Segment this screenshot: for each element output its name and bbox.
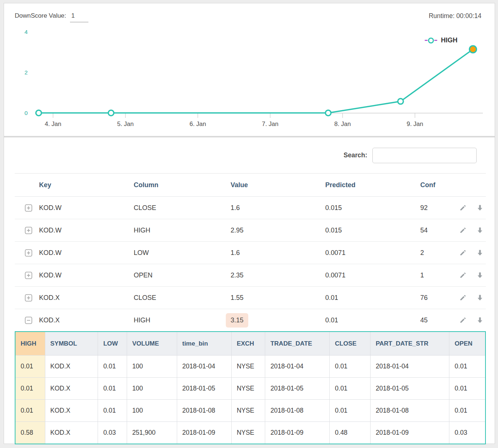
expand-row-button[interactable] <box>25 294 32 302</box>
chart-legend-item[interactable]: HIGH <box>425 36 457 44</box>
y-axis-tick-label: 4 <box>24 29 28 35</box>
column-header-column[interactable]: Column <box>130 181 227 189</box>
cell-conf: 1 <box>416 272 455 279</box>
expand-row-button[interactable] <box>25 272 32 279</box>
subtable-cell: 251,900 <box>127 422 177 444</box>
edit-button[interactable] <box>459 204 467 211</box>
column-header-value[interactable]: Value <box>227 181 321 189</box>
subtable-header-volume: VOLUME <box>127 332 177 356</box>
cell-column: HIGH <box>130 316 227 324</box>
subtable-cell: 100 <box>127 356 177 378</box>
subtable-row: 0.01 KOD.X 0.01 100 2018-01-08 NYSE 2018… <box>15 400 485 422</box>
pencil-icon <box>459 272 467 279</box>
chart-point[interactable] <box>398 99 403 104</box>
subtable-header-open: OPEN <box>449 332 485 356</box>
download-button[interactable] <box>476 249 484 256</box>
download-button[interactable] <box>476 272 484 279</box>
x-axis-tick-label: 5. Jan <box>117 120 134 127</box>
column-header-key[interactable]: Key <box>35 181 130 189</box>
cell-conf: 76 <box>416 294 455 302</box>
x-axis-tick-label: 9. Jan <box>407 120 423 127</box>
cell-predicted: 0.015 <box>321 204 416 212</box>
cell-column: LOW <box>130 249 227 257</box>
subtable-cell: 0.01 <box>15 378 45 400</box>
download-button[interactable] <box>476 204 484 211</box>
cell-conf: 45 <box>416 316 455 324</box>
plus-square-icon <box>25 204 32 212</box>
chart-point-highlighted[interactable] <box>470 46 477 53</box>
arrow-down-icon <box>476 227 484 234</box>
pencil-icon <box>459 294 467 301</box>
download-button[interactable] <box>476 294 484 301</box>
legend-dash-icon <box>434 40 437 41</box>
table-row: KOD.X CLOSE 1.55 0.01 76 <box>15 287 486 309</box>
download-button[interactable] <box>476 227 484 234</box>
column-header-conf[interactable]: Conf <box>416 181 455 189</box>
subtable-header-symbol: SYMBOL <box>45 332 98 356</box>
subtable-cell: 100 <box>127 400 177 422</box>
edit-button[interactable] <box>459 294 467 301</box>
table-row: KOD.W HIGH 2.95 0.015 54 <box>15 219 486 242</box>
cell-column: CLOSE <box>130 204 227 212</box>
downscore-input[interactable] <box>70 12 88 22</box>
subtable-cell: 0.01 <box>15 356 45 378</box>
main-panel: DownScore Value: Runtime: 00:00:14 4. Ja… <box>4 3 495 444</box>
subtable-cell: KOD.X <box>45 422 98 444</box>
subtable-cell: 0.01 <box>330 356 371 378</box>
arrow-down-icon <box>476 294 484 301</box>
edit-button[interactable] <box>459 316 467 324</box>
search-input[interactable] <box>372 148 477 163</box>
subtable-header-low: LOW <box>98 332 127 356</box>
y-axis-tick-label: 2 <box>24 69 28 76</box>
cell-predicted: 0.01 <box>321 294 416 302</box>
subtable-cell: 2018-01-08 <box>370 400 449 422</box>
plus-square-icon <box>25 294 32 302</box>
subtable-cell: 0.58 <box>15 422 45 444</box>
expand-row-button[interactable] <box>25 204 32 212</box>
subtable-cell: NYSE <box>231 400 265 422</box>
subtable-cell: 2018-01-08 <box>265 400 330 422</box>
pencil-icon <box>459 249 467 256</box>
subtable-header-part-date-str: PART_DATE_STR <box>370 332 449 356</box>
subtable-row: 0.58 KOD.X 0.03 251,900 2018-01-09 NYSE … <box>15 422 485 444</box>
predictions-table: Key Column Value Predicted Conf KOD.W CL… <box>15 173 486 444</box>
subtable-cell: KOD.X <box>45 356 98 378</box>
chart-point[interactable] <box>326 110 331 116</box>
cell-conf: 92 <box>416 204 455 212</box>
edit-button[interactable] <box>459 227 467 234</box>
x-axis-tick-label: 4. Jan <box>45 120 62 127</box>
subtable-cell: 2018-01-05 <box>177 378 231 400</box>
plus-square-icon <box>25 227 32 234</box>
cell-value: 2.95 <box>227 227 321 234</box>
expand-row-button[interactable] <box>25 249 32 257</box>
edit-button[interactable] <box>459 272 467 279</box>
chart-point[interactable] <box>36 110 42 116</box>
subtable-cell: 2018-01-05 <box>370 378 449 400</box>
chart-point[interactable] <box>108 110 114 116</box>
download-button[interactable] <box>476 316 484 324</box>
cell-value: 2.35 <box>227 272 321 279</box>
arrow-down-icon <box>476 249 484 256</box>
downscore-label: DownScore Value: <box>15 12 66 20</box>
cell-predicted: 0.0071 <box>321 249 416 257</box>
arrow-down-icon <box>476 316 484 324</box>
expand-row-button[interactable] <box>25 227 32 234</box>
cell-value: 1.55 <box>227 294 321 302</box>
subtable-header-trade-date: TRADE_DATE <box>265 332 330 356</box>
edit-button[interactable] <box>459 249 467 256</box>
cell-column: HIGH <box>130 227 227 234</box>
chart-area: DownScore Value: Runtime: 00:00:14 4. Ja… <box>4 3 495 136</box>
cell-key: KOD.W <box>35 227 130 234</box>
subtable-cell: 0.01 <box>98 356 127 378</box>
cell-predicted: 0.015 <box>321 227 416 234</box>
table-header-row: Key Column Value Predicted Conf <box>15 174 486 197</box>
legend-dash-icon <box>425 40 428 41</box>
column-header-predicted[interactable]: Predicted <box>321 181 416 189</box>
subtable-header-close: CLOSE <box>330 332 371 356</box>
pencil-icon <box>459 204 467 211</box>
subtable-cell: NYSE <box>231 356 265 378</box>
subtable-cell: 2018-01-09 <box>265 422 330 444</box>
subtable-cell: 2018-01-05 <box>265 378 330 400</box>
subtable-header-exch: EXCH <box>231 332 265 356</box>
collapse-row-button[interactable] <box>25 316 32 324</box>
